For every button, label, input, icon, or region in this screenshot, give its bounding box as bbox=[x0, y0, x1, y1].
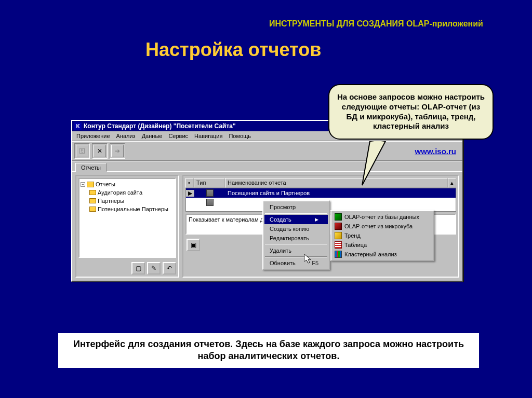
ctx-create-label: Создать bbox=[270, 216, 291, 223]
folder-icon bbox=[89, 207, 96, 212]
menu-service[interactable]: Сервис bbox=[165, 132, 191, 140]
grid-header-marker[interactable]: • bbox=[185, 178, 194, 188]
new-button[interactable]: ▢ bbox=[131, 262, 145, 275]
ctx-delete-label: Удалить bbox=[270, 248, 291, 254]
grid-header: • Тип Наименование отчета ▴ bbox=[185, 178, 456, 188]
description-text: Показывает к материалам д bbox=[189, 216, 263, 223]
toolbar: ⚿ ✕ ➔ www.iso.ru bbox=[72, 142, 462, 160]
sub-trend[interactable]: Тренд bbox=[332, 231, 432, 240]
folder-open-icon bbox=[87, 182, 94, 187]
ctx-refresh-hotkey: F5 bbox=[312, 260, 318, 266]
row-type-icon bbox=[194, 199, 225, 206]
ctx-separator bbox=[265, 244, 327, 245]
context-menu: Просмотр Создать ▶ Создать копию Редакти… bbox=[262, 200, 330, 270]
ctx-copy-label: Создать копию bbox=[270, 226, 309, 232]
ctx-separator bbox=[265, 256, 327, 257]
menu-app[interactable]: Приложение bbox=[73, 132, 113, 140]
sub-table-label: Таблица bbox=[344, 242, 367, 248]
tree-item[interactable]: Партнеры bbox=[81, 197, 174, 205]
sub-olap-cube[interactable]: OLAP-отчет из микрокуба bbox=[332, 222, 432, 231]
menu-help[interactable]: Помощь bbox=[225, 132, 254, 140]
cluster-icon bbox=[335, 251, 342, 258]
delete-icon: ✕ bbox=[97, 147, 102, 155]
olap-db-icon bbox=[335, 213, 342, 221]
ctx-edit-label: Редактировать bbox=[270, 235, 309, 241]
sub-table[interactable]: Таблица bbox=[332, 240, 432, 250]
sub-olap-db[interactable]: OLAP-отчет из базы данных bbox=[332, 212, 432, 222]
tree-item-label: Потенциальные Партнеры bbox=[98, 206, 168, 212]
grid-header-type[interactable]: Тип bbox=[194, 178, 225, 188]
sub-trend-label: Тренд bbox=[344, 232, 361, 239]
grid-header-name[interactable]: Наименование отчета bbox=[225, 178, 448, 188]
ctx-copy[interactable]: Создать копию bbox=[264, 224, 328, 234]
slide-caption-text: Интерфейс для создания отчетов. Здесь на… bbox=[73, 339, 464, 361]
tree-item-label: Партнеры bbox=[98, 198, 124, 204]
table-icon bbox=[335, 241, 342, 249]
menu-data[interactable]: Данные bbox=[139, 132, 166, 140]
tree-panel: − Отчеты Аудитория сайта Партнеры bbox=[75, 175, 179, 278]
menu-navigation[interactable]: Навигация bbox=[191, 132, 225, 140]
row-type-icon bbox=[194, 189, 225, 197]
toolbar-arrow-button[interactable]: ➔ bbox=[111, 145, 124, 157]
open-button[interactable]: ▣ bbox=[187, 239, 200, 251]
submenu-create: OLAP-отчет из базы данных OLAP-отчет из … bbox=[330, 210, 434, 261]
tree-item-label: Аудитория сайта bbox=[98, 189, 142, 196]
toolbar-group-2: ✕ bbox=[92, 143, 108, 159]
grid-scroll-up[interactable]: ▴ bbox=[448, 178, 456, 188]
open-icon: ▣ bbox=[191, 241, 196, 249]
ctx-refresh-label: Обновить bbox=[270, 260, 296, 266]
sub-cluster[interactable]: Кластерный анализ bbox=[332, 250, 432, 259]
iso-link[interactable]: www.iso.ru bbox=[415, 147, 456, 156]
pencil-icon: ✎ bbox=[151, 265, 156, 272]
ctx-view-label: Просмотр bbox=[270, 204, 296, 210]
tabbar: Отчеты bbox=[72, 161, 462, 172]
ctx-refresh[interactable]: Обновить F5 bbox=[264, 258, 328, 268]
slide-caption: Интерфейс для создания отчетов. Здесь на… bbox=[58, 333, 479, 368]
row-marker-icon: ▶ bbox=[186, 190, 194, 197]
tree-root[interactable]: − Отчеты bbox=[81, 180, 174, 188]
tree-item[interactable]: Потенциальные Партнеры bbox=[81, 205, 174, 213]
trend-icon bbox=[335, 232, 342, 239]
callout-text: На основе запросов можно настроить следу… bbox=[337, 92, 485, 130]
sub-olap-cube-label: OLAP-отчет из микрокуба bbox=[344, 223, 413, 229]
edit-button[interactable]: ✎ bbox=[147, 262, 161, 275]
menu-analysis[interactable]: Анализ bbox=[113, 132, 139, 140]
tree-item[interactable]: Аудитория сайта bbox=[81, 188, 174, 197]
toolbar-key-button[interactable]: ⚿ bbox=[76, 145, 88, 157]
tree-root-label: Отчеты bbox=[96, 181, 115, 187]
grid-row[interactable]: ▶ Посещения сайта и Партнеров bbox=[186, 188, 456, 198]
new-doc-icon: ▢ bbox=[136, 265, 141, 272]
tab-reports[interactable]: Отчеты bbox=[75, 163, 107, 172]
toolbar-group-3: ➔ bbox=[110, 143, 125, 159]
submenu-arrow-icon: ▶ bbox=[315, 217, 318, 222]
folder-icon bbox=[89, 190, 96, 195]
window-title: Контур Стандарт (Дизайнер) "Посетители С… bbox=[84, 122, 236, 130]
callout-bubble: На основе запросов можно настроить следу… bbox=[328, 84, 494, 140]
app-icon: K bbox=[74, 122, 82, 130]
arrow-icon: ➔ bbox=[115, 147, 120, 155]
undo-button[interactable]: ↶ bbox=[163, 262, 176, 275]
sub-cluster-label: Кластерный анализ bbox=[344, 251, 397, 257]
undo-icon: ↶ bbox=[167, 265, 172, 272]
tree-buttons: ▢ ✎ ↶ bbox=[76, 260, 178, 277]
row-name: Посещения сайта и Партнеров bbox=[225, 190, 456, 196]
toolbar-delete-button[interactable]: ✕ bbox=[94, 145, 106, 157]
expand-icon[interactable]: − bbox=[81, 182, 85, 187]
slide-title: Настройка отчетов bbox=[145, 39, 321, 61]
ctx-create[interactable]: Создать ▶ bbox=[264, 215, 328, 224]
ctx-delete[interactable]: Удалить bbox=[264, 246, 328, 255]
slide-subtitle: ИНСТРУМЕНТЫ ДЛЯ СОЗДАНИЯ OLAP-приложений bbox=[269, 19, 483, 29]
toolbar-group-1: ⚿ bbox=[74, 143, 90, 159]
ctx-separator bbox=[265, 213, 327, 214]
ctx-view[interactable]: Просмотр bbox=[264, 202, 328, 212]
olap-cube-icon bbox=[335, 223, 342, 230]
ctx-edit[interactable]: Редактировать bbox=[264, 234, 328, 243]
key-icon: ⚿ bbox=[79, 147, 85, 155]
sub-olap-db-label: OLAP-отчет из базы данных bbox=[344, 214, 419, 220]
folder-icon bbox=[89, 198, 96, 203]
tree[interactable]: − Отчеты Аудитория сайта Партнеры bbox=[78, 178, 176, 258]
svg-marker-0 bbox=[362, 141, 385, 185]
